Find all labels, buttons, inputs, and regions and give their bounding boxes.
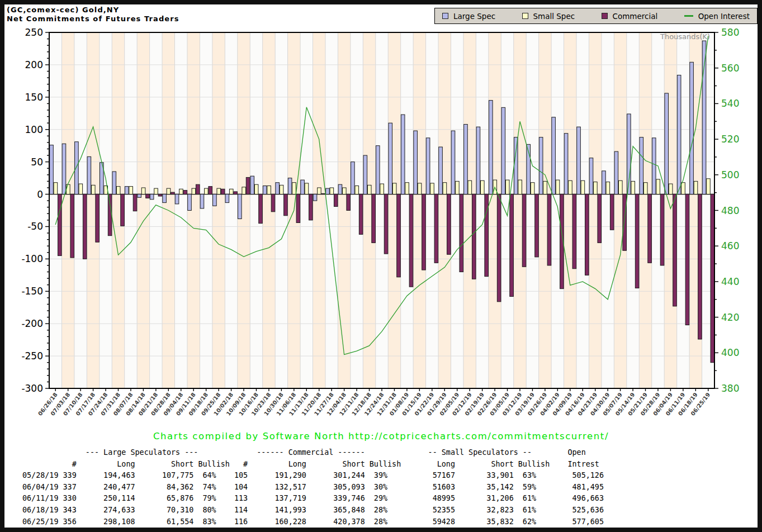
large-spec-bar [514,137,518,194]
small-spec-bar [606,182,610,194]
large-spec-bar [451,131,455,194]
large-spec-bar [690,62,694,194]
commercial-bar [359,194,363,235]
commercial-bar [409,194,413,287]
legend-item-large-spec: Large Spec [442,12,495,21]
commercial-bar [296,194,300,223]
large-spec-bar [602,171,606,194]
large-spec-bar [188,194,192,211]
commercial-bar [334,194,338,207]
small-spec-bar [116,187,120,194]
legend-item-commercial: Commercial [602,12,658,21]
small-spec-bar [355,186,359,194]
legend: Large SpecSmall SpecCommercialOpen Inter… [434,8,758,24]
small-spec-bar [154,188,158,194]
commercial-bar [246,177,250,194]
large-spec-bar [401,115,405,194]
large-spec-bar [589,158,593,194]
right-axis-label: 380 [721,383,739,394]
small-spec-bar [556,180,560,194]
commercial-bar [196,184,200,194]
small-spec-bar [129,187,133,194]
small-spec-bar [707,179,711,194]
right-axis-units-label: Thousands(K) [660,32,710,41]
commercial-bar [460,194,463,272]
commercial-bar [535,194,539,257]
commercial-bar [623,194,627,251]
commercial-bar [158,194,162,196]
small-spec-bar [681,183,685,194]
small-spec-bar [380,184,384,194]
left-axis-label: 200 [25,59,43,70]
large-spec-bar [213,194,217,206]
large-spec-bar [351,162,355,194]
commercial-bar [259,194,263,224]
small-spec-bar [267,186,271,194]
legend-label: Large Spec [453,12,495,21]
commercial-bar [572,194,576,269]
legend-label: Open Interest [698,12,750,21]
large-spec-bar [138,194,141,198]
small-spec-bar [531,183,534,194]
right-axis-label: 480 [721,205,739,216]
large-spec-bar [125,187,129,194]
legend-swatch-icon [602,13,608,19]
commercial-bar [384,194,388,254]
commercial-bar [133,194,137,211]
commercial-bar [585,194,589,276]
left-axis-label: -100 [21,253,43,264]
small-spec-bar [205,188,209,194]
large-spec-bar [175,194,179,204]
commercial-bar [121,194,125,226]
small-spec-bar [430,183,434,194]
commercial-bar [70,194,74,258]
commercial-bar [472,194,476,279]
small-spec-bar [67,184,70,194]
small-spec-bar [569,180,572,194]
commercial-bar [660,194,664,265]
commercial-bar [685,194,689,325]
large-spec-bar [75,142,79,194]
large-spec-bar [150,194,154,200]
large-spec-bar [301,180,305,194]
commercial-bar [372,194,376,243]
right-axis-label: 560 [721,63,739,74]
large-spec-bar [112,172,116,194]
commercial-bar [422,194,426,270]
right-axis-label: 580 [721,27,739,38]
right-axis-label: 500 [721,169,739,180]
large-spec-bar [439,147,443,194]
small-spec-bar [167,188,171,194]
small-spec-bar [456,181,460,194]
commercial-bar [146,194,150,198]
small-spec-bar [229,189,233,194]
commercial-bar [83,194,87,259]
commercial-bar [284,194,288,216]
footer-credit[interactable]: Charts compiled by Software North http:/… [4,431,758,441]
large-spec-bar [539,137,543,194]
legend-item-small-spec: Small Spec [522,12,575,21]
commercial-bar [183,191,187,194]
large-spec-bar [276,183,280,194]
commercial-bar [271,194,275,212]
commercial-bar [347,194,351,211]
legend-swatch-icon [442,13,448,19]
small-spec-bar [480,180,484,194]
small-spec-bar [505,180,509,194]
legend-swatch-icon [522,13,528,19]
legend-label: Small Spec [533,12,575,21]
commercial-bar [434,194,438,263]
small-spec-bar [91,185,95,194]
left-axis-label: 250 [25,27,43,38]
large-spec-bar [50,145,54,194]
commercial-bar [321,193,325,194]
small-spec-bar [656,179,660,194]
small-spec-bar [292,183,296,194]
commercial-bar [648,194,652,263]
small-spec-bar [79,184,83,194]
background-stripe [313,32,325,388]
small-spec-bar [694,181,698,194]
commercial-bar [522,194,526,267]
small-spec-bar [141,188,145,194]
commercial-bar [397,194,401,277]
